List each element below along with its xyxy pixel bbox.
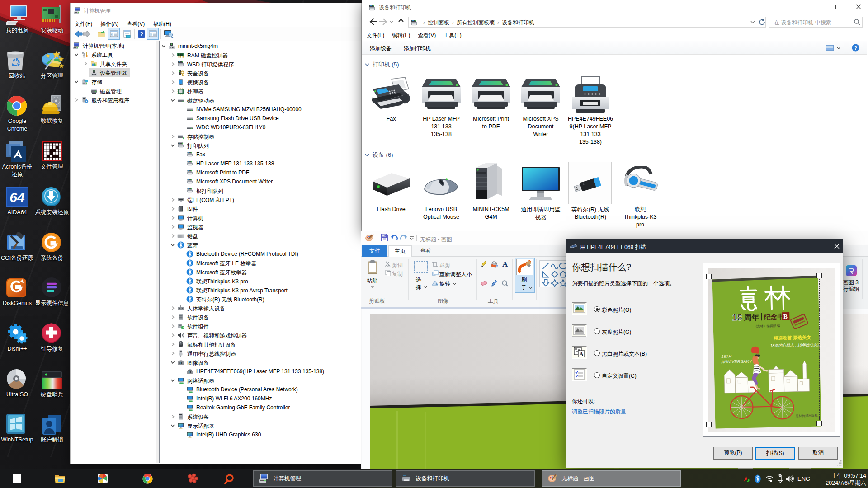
svg-text:?: ? <box>854 45 857 51</box>
svg-text:64: 64 <box>9 190 25 205</box>
svg-text:?: ? <box>140 31 143 38</box>
svg-text:A: A <box>579 351 584 357</box>
